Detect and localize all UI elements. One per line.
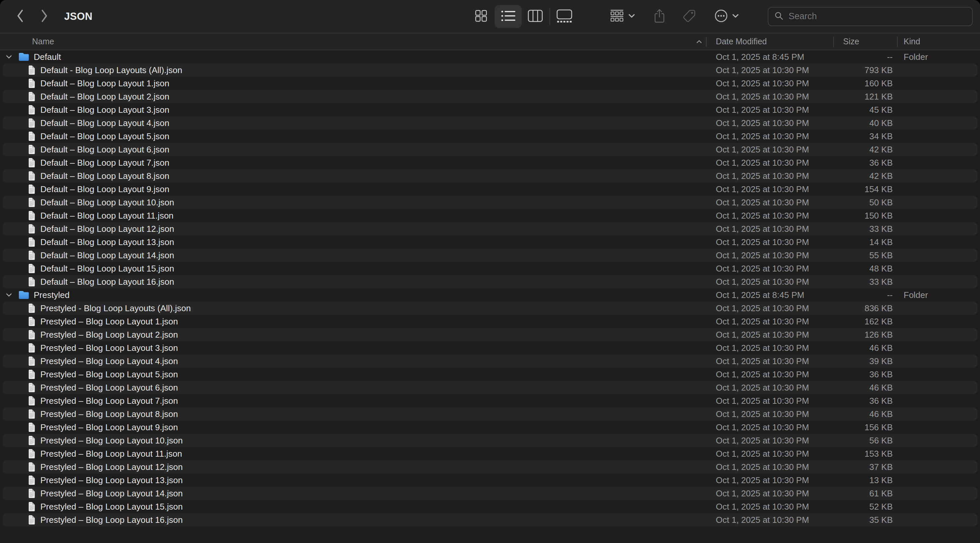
size-cell: 35 KB: [833, 515, 897, 525]
file-name-label: Prestyled – Blog Loop Layout 15.json: [40, 502, 183, 512]
table-row[interactable]: Prestyled – Blog Loop Layout 8.jsonOct 1…: [0, 408, 980, 420]
file-name-label: Default – Blog Loop Layout 13.json: [40, 237, 174, 247]
icon-view-button[interactable]: [468, 5, 495, 28]
size-cell: 156 KB: [833, 422, 897, 433]
table-row[interactable]: Default - Blog Loop Layouts (All).jsonOc…: [0, 64, 980, 77]
table-row[interactable]: Default – Blog Loop Layout 8.jsonOct 1, …: [0, 169, 980, 183]
size-cell: 50 KB: [833, 197, 897, 208]
gallery-view-button[interactable]: [551, 5, 578, 28]
table-row[interactable]: Default – Blog Loop Layout 12.jsonOct 1,…: [0, 222, 980, 236]
table-row[interactable]: Default – Blog Loop Layout 15.jsonOct 1,…: [0, 262, 980, 275]
more-button[interactable]: [714, 5, 739, 28]
name-cell: Default – Blog Loop Layout 7.json: [0, 158, 706, 168]
file-name-label: Default – Blog Loop Layout 2.json: [40, 92, 169, 102]
list-view-button[interactable]: [495, 5, 522, 28]
file-name-label: Default – Blog Loop Layout 5.json: [40, 131, 169, 142]
search-field[interactable]: [768, 7, 973, 26]
table-row[interactable]: Prestyled – Blog Loop Layout 6.jsonOct 1…: [0, 381, 980, 394]
size-cell: 150 KB: [833, 211, 897, 221]
date-modified-cell: Oct 1, 2025 at 10:30 PM: [706, 105, 833, 115]
table-row[interactable]: Prestyled – Blog Loop Layout 7.jsonOct 1…: [0, 394, 980, 408]
document-icon: [28, 92, 36, 102]
document-icon: [28, 502, 36, 511]
file-name-label: Prestyled – Blog Loop Layout 12.json: [40, 462, 183, 472]
table-row[interactable]: Prestyled – Blog Loop Layout 13.jsonOct …: [0, 473, 980, 487]
forward-button[interactable]: [37, 6, 52, 27]
document-icon: [28, 224, 36, 234]
table-row[interactable]: Prestyled – Blog Loop Layout 14.jsonOct …: [0, 487, 980, 500]
size-cell: 40 KB: [833, 118, 897, 128]
table-row[interactable]: Default – Blog Loop Layout 1.jsonOct 1, …: [0, 77, 980, 90]
date-modified-cell: Oct 1, 2025 at 10:30 PM: [706, 369, 833, 380]
name-cell: Default – Blog Loop Layout 9.json: [0, 184, 706, 194]
table-row[interactable]: Default – Blog Loop Layout 11.jsonOct 1,…: [0, 209, 980, 222]
file-name-label: Default – Blog Loop Layout 11.json: [40, 211, 173, 221]
column-header-name[interactable]: Name: [0, 33, 706, 49]
table-row[interactable]: Prestyled – Blog Loop Layout 9.jsonOct 1…: [0, 420, 980, 434]
toolbar: JSON: [0, 0, 980, 33]
table-row[interactable]: Prestyled – Blog Loop Layout 10.jsonOct …: [0, 434, 980, 447]
document-icon: [28, 449, 36, 459]
size-cell: 42 KB: [833, 145, 897, 155]
date-modified-cell: Oct 1, 2025 at 10:30 PM: [706, 449, 833, 459]
table-row[interactable]: Prestyled – Blog Loop Layout 16.jsonOct …: [0, 513, 980, 527]
group-button[interactable]: [610, 5, 635, 28]
file-name-label: Default – Blog Loop Layout 4.json: [40, 118, 169, 128]
date-modified-cell: Oct 1, 2025 at 10:30 PM: [706, 343, 833, 353]
document-icon: [28, 171, 36, 181]
table-row[interactable]: Default – Blog Loop Layout 7.jsonOct 1, …: [0, 156, 980, 169]
table-row[interactable]: Default – Blog Loop Layout 14.jsonOct 1,…: [0, 249, 980, 262]
column-header-kind[interactable]: Kind: [897, 33, 980, 49]
name-cell: Prestyled: [0, 290, 706, 300]
table-row[interactable]: Default – Blog Loop Layout 16.jsonOct 1,…: [0, 275, 980, 288]
column-header-size[interactable]: Size: [833, 33, 897, 49]
page-title: JSON: [64, 11, 92, 22]
file-name-label: Prestyled – Blog Loop Layout 3.json: [40, 343, 178, 353]
search-input[interactable]: [788, 11, 966, 22]
file-name-label: Prestyled – Blog Loop Layout 14.json: [40, 489, 183, 499]
table-row-folder[interactable]: DefaultOct 1, 2025 at 8:45 PM--Folder: [0, 50, 980, 64]
table-row[interactable]: Prestyled – Blog Loop Layout 15.jsonOct …: [0, 500, 980, 513]
table-row[interactable]: Default – Blog Loop Layout 2.jsonOct 1, …: [0, 90, 980, 103]
size-cell: --: [833, 52, 897, 62]
table-row[interactable]: Default – Blog Loop Layout 10.jsonOct 1,…: [0, 196, 980, 209]
gallery-view-icon: [556, 9, 573, 24]
table-row[interactable]: Prestyled – Blog Loop Layout 2.jsonOct 1…: [0, 328, 980, 341]
document-icon: [28, 475, 36, 485]
document-icon: [28, 409, 36, 419]
column-header-date-modified[interactable]: Date Modified: [706, 33, 833, 49]
disclosure-chevron-icon[interactable]: [5, 293, 13, 297]
table-row[interactable]: Prestyled – Blog Loop Layout 1.jsonOct 1…: [0, 315, 980, 328]
tag-button[interactable]: [682, 5, 697, 28]
table-row[interactable]: Prestyled - Blog Loop Layouts (All).json…: [0, 302, 980, 315]
name-cell: Default – Blog Loop Layout 11.json: [0, 211, 706, 221]
size-cell: 46 KB: [833, 409, 897, 419]
document-icon: [28, 422, 36, 432]
table-row[interactable]: Prestyled – Blog Loop Layout 4.jsonOct 1…: [0, 355, 980, 368]
document-icon: [28, 184, 36, 194]
size-cell: 42 KB: [833, 171, 897, 181]
date-modified-cell: Oct 1, 2025 at 10:30 PM: [706, 78, 833, 89]
table-row[interactable]: Prestyled – Blog Loop Layout 11.jsonOct …: [0, 447, 980, 460]
size-cell: 34 KB: [833, 131, 897, 142]
table-row[interactable]: Prestyled – Blog Loop Layout 5.jsonOct 1…: [0, 368, 980, 381]
column-divider: [833, 37, 834, 47]
back-button[interactable]: [13, 6, 28, 27]
name-cell: Default – Blog Loop Layout 16.json: [0, 277, 706, 287]
table-row[interactable]: Prestyled – Blog Loop Layout 3.jsonOct 1…: [0, 341, 980, 355]
table-row[interactable]: Default – Blog Loop Layout 9.jsonOct 1, …: [0, 183, 980, 196]
table-row[interactable]: Prestyled – Blog Loop Layout 12.jsonOct …: [0, 460, 980, 473]
table-row[interactable]: Default – Blog Loop Layout 13.jsonOct 1,…: [0, 236, 980, 249]
size-cell: 154 KB: [833, 184, 897, 194]
size-cell: 14 KB: [833, 237, 897, 247]
table-row-folder[interactable]: PrestyledOct 1, 2025 at 8:45 PM--Folder: [0, 288, 980, 302]
table-row[interactable]: Default – Blog Loop Layout 3.jsonOct 1, …: [0, 103, 980, 116]
disclosure-chevron-icon[interactable]: [5, 55, 13, 59]
share-button[interactable]: [653, 5, 665, 28]
table-row[interactable]: Default – Blog Loop Layout 4.jsonOct 1, …: [0, 116, 980, 130]
table-row[interactable]: Default – Blog Loop Layout 5.jsonOct 1, …: [0, 130, 980, 143]
column-view-button[interactable]: [522, 5, 549, 28]
size-cell: 160 KB: [833, 78, 897, 89]
table-row[interactable]: Default – Blog Loop Layout 6.jsonOct 1, …: [0, 143, 980, 156]
document-icon: [28, 78, 36, 88]
